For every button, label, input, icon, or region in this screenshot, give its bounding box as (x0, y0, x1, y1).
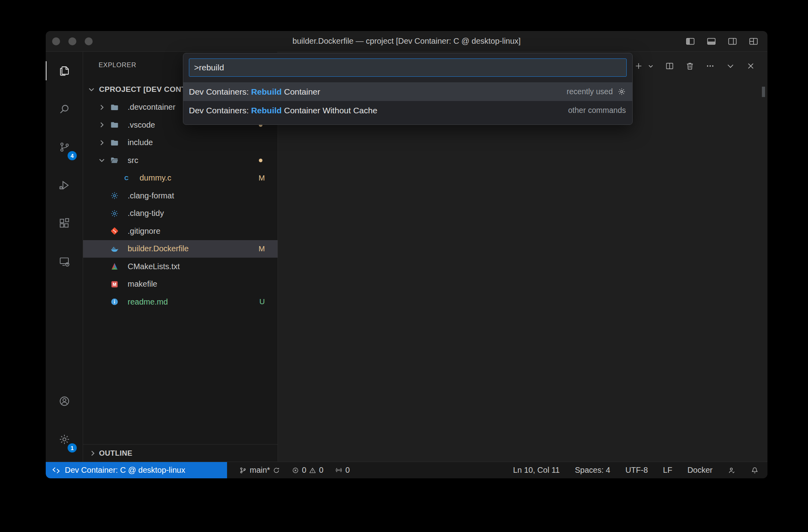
chevron-right-icon[interactable] (97, 103, 107, 111)
twisty-spacer (97, 298, 107, 306)
tree-item-gitignore[interactable]: .gitignore (83, 222, 278, 240)
gear-icon (58, 433, 70, 445)
chevron-down-icon[interactable] (97, 156, 107, 164)
branch-status[interactable]: main* (239, 466, 280, 475)
close-window-button[interactable] (52, 37, 60, 45)
problems-status[interactable]: 0 0 (292, 466, 323, 475)
collapse-panel-icon[interactable] (726, 61, 735, 71)
toggle-primary-sidebar-icon[interactable] (685, 36, 695, 47)
tree-item-label: builder.Dockerfile (128, 244, 188, 253)
tree-item-label: .gitignore (128, 227, 160, 236)
tree-item-label: .vscode (128, 120, 155, 130)
remote-indicator[interactable]: Dev Container: C @ desktop-linux (46, 462, 227, 478)
makefile-icon: M (110, 280, 119, 289)
activity-bar-explorer[interactable] (46, 52, 83, 90)
tree-item-label: .clang-tidy (128, 209, 164, 218)
palette-group-label: other commands (568, 106, 626, 115)
tree-item-label: makefile (128, 280, 157, 289)
window-title: builder.Dockerfile — cproject [Dev Conta… (46, 37, 767, 46)
source-control-icon (58, 141, 70, 153)
close-panel-icon[interactable] (746, 61, 756, 71)
activity-bar-extensions[interactable] (46, 204, 83, 243)
delete-icon[interactable] (685, 61, 695, 71)
palette-item-label: Dev Containers: Rebuild Container Withou… (189, 106, 377, 115)
palette-item-0[interactable]: Dev Containers: Rebuild Containerrecentl… (183, 82, 632, 101)
twisty-spacer (109, 174, 119, 182)
sync-icon (273, 467, 280, 474)
tree-item-src[interactable]: src (83, 151, 278, 169)
toggle-secondary-sidebar-icon[interactable] (727, 36, 738, 47)
scrollbar-thumb[interactable] (762, 87, 765, 97)
error-icon (292, 467, 299, 474)
activity-bar-source-control[interactable]: 4 (46, 128, 83, 166)
chevron-right-icon[interactable] (97, 121, 107, 129)
window-controls (52, 31, 93, 52)
palette-item-label: Dev Containers: Rebuild Container (189, 87, 320, 97)
toggle-panel-icon[interactable] (706, 36, 717, 47)
c-icon: C (122, 174, 131, 183)
title-bar: builder.Dockerfile — cproject [Dev Conta… (46, 31, 767, 52)
remote-label: Dev Container: C @ desktop-linux (65, 466, 185, 475)
activity-bar-manage[interactable]: 1 (46, 420, 83, 458)
docker-icon (110, 245, 119, 253)
tree-item-include[interactable]: include (83, 134, 278, 152)
tree-item-clang-format[interactable]: .clang-format (83, 187, 278, 205)
configure-keybinding-gear-icon[interactable] (618, 87, 626, 96)
feedback-icon[interactable] (728, 466, 736, 474)
dropdown-icon[interactable] (647, 63, 654, 70)
twisty-spacer (97, 227, 107, 235)
source-control-badge: 4 (68, 151, 77, 160)
account-icon (58, 395, 70, 407)
manage-badge: 1 (68, 443, 77, 452)
activity-bar-search[interactable] (46, 90, 83, 128)
twisty-spacer (97, 192, 107, 200)
twisty-spacer (97, 245, 107, 253)
tree-item-label: .clang-format (128, 191, 174, 200)
outline-section[interactable]: OUTLINE (83, 444, 278, 462)
activity-bar-remote-explorer[interactable] (46, 243, 83, 281)
command-palette-input[interactable] (189, 58, 627, 77)
minimize-window-button[interactable] (68, 37, 76, 45)
tree-item-cmakelists-txt[interactable]: CMakeLists.txt (83, 258, 278, 276)
chevron-down-icon[interactable] (86, 85, 97, 93)
twisty-spacer (97, 210, 107, 217)
gear-file-icon (110, 209, 119, 218)
tree-item-label: .devcontainer (128, 103, 175, 112)
encoding-status[interactable]: UTF-8 (625, 466, 648, 475)
cursor-position[interactable]: Ln 10, Col 11 (513, 466, 560, 475)
remote-icon (52, 466, 60, 475)
tree-item-readme-md[interactable]: readme.mdU (83, 293, 278, 311)
tree-item-dummy-c[interactable]: Cdummy.cM (83, 169, 278, 187)
palette-item-1[interactable]: Dev Containers: Rebuild Container Withou… (183, 101, 632, 120)
warning-count: 0 (319, 466, 323, 475)
new-item-icon[interactable] (634, 61, 643, 71)
ports-status[interactable]: 0 (335, 466, 350, 475)
twisty-spacer (97, 262, 107, 270)
info-icon (110, 297, 119, 306)
zoom-window-button[interactable] (85, 37, 93, 45)
tree-item-builder-dockerfile[interactable]: builder.DockerfileM (83, 240, 278, 258)
files-icon (58, 65, 70, 77)
command-palette: Dev Containers: Rebuild Containerrecentl… (183, 53, 633, 125)
customize-layout-icon[interactable] (748, 36, 759, 47)
folder-open-icon (110, 156, 119, 165)
split-editor-icon[interactable] (665, 61, 674, 71)
tree-item-clang-tidy[interactable]: .clang-tidy (83, 205, 278, 223)
search-icon (58, 103, 70, 115)
eol-status[interactable]: LF (663, 466, 672, 475)
language-mode[interactable]: Docker (688, 466, 713, 475)
svg-text:M: M (113, 282, 116, 287)
tree-item-makefile[interactable]: Mmakefile (83, 276, 278, 293)
more-actions-icon[interactable] (705, 61, 715, 71)
tree-item-label: include (128, 138, 153, 147)
broadcast-icon (335, 467, 342, 474)
notifications-icon[interactable] (751, 466, 759, 474)
activity-bar-run-and-debug[interactable] (46, 166, 83, 204)
git-icon (110, 227, 119, 235)
chevron-right-icon[interactable] (97, 139, 107, 147)
error-count: 0 (302, 466, 306, 475)
indentation-status[interactable]: Spaces: 4 (575, 466, 610, 475)
activity-bar-accounts[interactable] (46, 382, 83, 420)
tree-item-label: src (128, 156, 138, 165)
git-status-badge: M (258, 174, 265, 183)
